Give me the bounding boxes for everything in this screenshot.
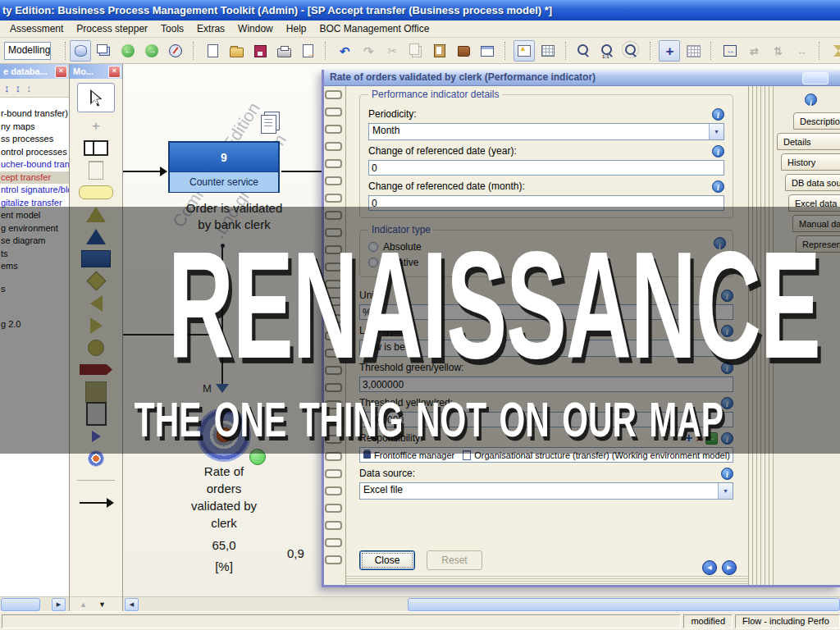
activity-node[interactable]: 9 Counter service — [168, 141, 280, 193]
lane-edge[interactable] — [123, 334, 222, 336]
chevron-down-icon[interactable] — [718, 483, 733, 499]
play-marker-tool[interactable] — [70, 425, 122, 447]
unit-input[interactable] — [359, 304, 733, 320]
tree-item[interactable]: ems — [0, 260, 69, 273]
threshold-green-yellow-input[interactable] — [359, 377, 733, 392]
expand-all-icon[interactable]: ↕ — [4, 83, 10, 94]
data-source-select[interactable]: Excel file — [359, 482, 733, 500]
notebook-tab[interactable]: Manual data — [792, 215, 840, 232]
zoom-region-icon[interactable] — [622, 40, 643, 62]
undo-icon[interactable]: ↶ — [334, 40, 355, 62]
explorer-panel-header[interactable]: e databa... × — [0, 64, 69, 79]
explorer-hscrollbar[interactable]: ▶ — [0, 596, 69, 611]
event-circle-tool[interactable] — [70, 336, 122, 358]
menu-item[interactable]: Process stepper — [70, 21, 154, 36]
performance-indicator-node[interactable] — [197, 408, 251, 462]
remove-icon[interactable]: × — [696, 433, 702, 444]
catalog-icon[interactable] — [453, 40, 474, 62]
indicator-type-option[interactable]: Relative — [368, 254, 724, 270]
performance-indicator-tool[interactable] — [70, 447, 122, 469]
collapse-all-icon[interactable]: ↕ — [16, 83, 21, 94]
notebook-tab[interactable]: History — [781, 153, 840, 171]
scroll-thumb[interactable] — [408, 598, 840, 611]
new-model-icon[interactable] — [202, 40, 223, 62]
nav-back-icon[interactable]: ← — [117, 40, 139, 62]
process-start-tool[interactable] — [70, 226, 122, 248]
tree-item[interactable]: ontrol processes — [0, 146, 69, 159]
radio-icon[interactable] — [368, 242, 378, 252]
periodicity-select[interactable]: Month — [368, 123, 724, 140]
window-cascade-icon[interactable] — [94, 40, 115, 62]
scroll-down-icon[interactable]: ▼ — [98, 600, 106, 609]
ref-year-input[interactable] — [368, 160, 724, 176]
menu-item[interactable]: Help — [280, 21, 313, 36]
notebook-tab[interactable]: Excel data so — [788, 194, 840, 212]
triangle-right-tool[interactable] — [70, 314, 122, 336]
tree-item[interactable]: ucher-bound tran — [0, 158, 69, 171]
redo-icon[interactable]: ↷ — [358, 40, 379, 62]
scroll-right-icon[interactable]: ▶ — [52, 598, 66, 611]
print-icon[interactable] — [273, 40, 294, 62]
dialog-window-button[interactable] — [802, 72, 829, 84]
add-icon[interactable]: + — [685, 431, 692, 445]
info-icon[interactable] — [805, 94, 817, 106]
chevron-down-icon[interactable] — [709, 124, 724, 139]
align-vertical-icon[interactable]: ⇅ — [767, 40, 788, 62]
align-horizontal-icon[interactable]: ⇄ — [743, 40, 765, 62]
notebook-tab[interactable]: Details — [777, 133, 840, 150]
scroll-thumb[interactable] — [1, 598, 40, 611]
next-page-icon[interactable] — [722, 560, 737, 575]
info-icon[interactable] — [721, 468, 733, 480]
info-icon[interactable] — [712, 145, 724, 158]
decision-tool[interactable] — [70, 270, 122, 292]
tree-item[interactable]: g environment — [0, 222, 69, 235]
menu-item[interactable]: Assessment — [3, 21, 70, 36]
responsibility-entry[interactable]: Frontoffice manager — [363, 450, 454, 460]
open-reference-icon[interactable]: → — [705, 432, 718, 445]
flow-edge[interactable] — [281, 171, 324, 172]
previous-page-icon[interactable] — [702, 560, 717, 575]
center-view-icon[interactable]: + — [659, 40, 680, 62]
ref-month-input[interactable] — [368, 195, 724, 211]
connector-tool[interactable] — [70, 491, 122, 514]
copy-icon[interactable] — [405, 40, 427, 62]
window-list-icon[interactable] — [477, 40, 498, 62]
tree-item[interactable]: s — [0, 283, 69, 296]
tree-item[interactable]: se diagram — [0, 235, 69, 248]
menu-item[interactable]: Tools — [154, 21, 190, 36]
tree-item[interactable]: ent model — [0, 209, 69, 222]
info-icon[interactable] — [714, 237, 726, 249]
toggle-grid-icon[interactable] — [682, 40, 704, 62]
simulation-icon[interactable] — [828, 40, 840, 62]
reset-button[interactable]: Reset — [427, 550, 482, 570]
indicator-type-option[interactable]: Absolute — [368, 239, 724, 254]
square-olive-tool[interactable] — [70, 381, 122, 403]
flow-edge[interactable] — [123, 171, 162, 172]
triangle-up-tool[interactable] — [70, 203, 122, 226]
snap-grid-tool[interactable]: + — [70, 115, 122, 137]
note-tool[interactable] — [70, 159, 122, 181]
info-icon[interactable] — [721, 325, 733, 337]
tree-item[interactable]: ss processes — [0, 133, 69, 146]
kpi-label-block[interactable]: Rate ofordersvalidated byclerk 65,0 [%] — [167, 463, 281, 575]
close-button[interactable]: Close — [359, 550, 415, 570]
window-title-bar[interactable]: ty Edition: Business Process Management … — [0, 0, 840, 21]
chevron-down-icon[interactable] — [718, 340, 733, 356]
info-icon[interactable] — [721, 397, 733, 409]
event-label[interactable]: Order is validated by bank clerk — [162, 200, 306, 233]
tree-item[interactable]: gitalize transfer — [0, 197, 69, 210]
sync-tree-icon[interactable]: ↕ — [26, 83, 32, 94]
cut-icon[interactable]: ✂ — [381, 40, 403, 62]
fit-window-icon[interactable]: ↔ — [719, 40, 741, 62]
info-icon[interactable] — [721, 362, 733, 374]
tabular-view-icon[interactable] — [537, 40, 559, 62]
align-center-icon[interactable]: ↔ — [791, 40, 812, 62]
end-arrow-tool[interactable] — [70, 358, 122, 381]
nav-forward-icon[interactable]: → — [141, 40, 162, 62]
component-select[interactable]: Modelling — [4, 42, 51, 60]
tree-item[interactable]: ntrol signature/blo — [0, 184, 69, 197]
swimlane-tool[interactable] — [70, 137, 122, 159]
tree-item[interactable]: ny maps — [0, 121, 69, 134]
close-icon[interactable]: × — [55, 66, 67, 78]
info-icon[interactable] — [712, 108, 724, 121]
